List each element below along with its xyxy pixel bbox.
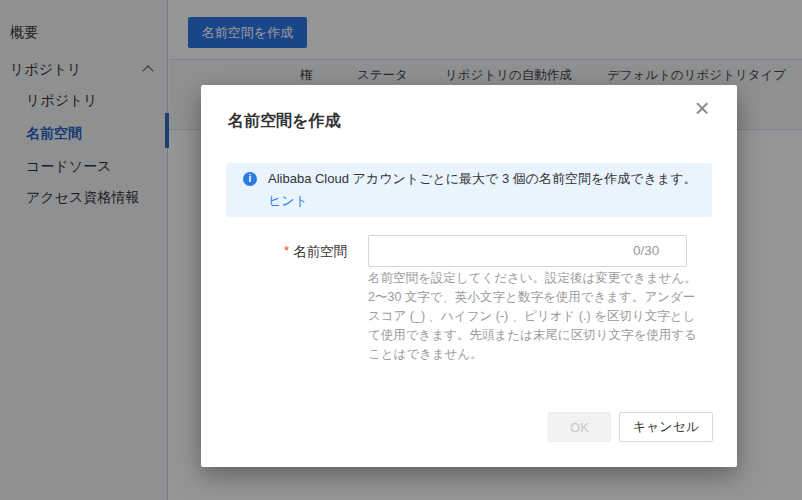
- required-asterisk: *: [284, 243, 289, 258]
- field-label-text: 名前空間: [293, 244, 347, 259]
- alert-text: Alibaba Cloud アカウントごとに最大で 3 個の名前空間を作成できま…: [268, 168, 700, 212]
- close-icon[interactable]: ×: [688, 94, 716, 122]
- hint-link[interactable]: ヒント: [268, 190, 700, 212]
- screen: 概要 リポジトリ リポジトリ 名前空間 コードソース アクセス資格情報 名前空間…: [0, 0, 802, 500]
- info-alert: i Alibaba Cloud アカウントごとに最大で 3 個の名前空間を作成で…: [226, 163, 712, 217]
- field-helper-text: 名前空間を設定してください。設定後は変更できません。2〜30 文字で、英小文字と…: [368, 269, 708, 364]
- dialog-title: 名前空間を作成: [228, 110, 340, 132]
- namespace-field-label: *名前空間: [201, 241, 347, 262]
- alert-message: Alibaba Cloud アカウントごとに最大で 3 個の名前空間を作成できま…: [268, 171, 697, 186]
- char-counter: 0/30: [633, 235, 679, 267]
- info-icon: i: [243, 172, 257, 186]
- create-namespace-dialog: 名前空間を作成 × i Alibaba Cloud アカウントごとに最大で 3 …: [201, 85, 737, 467]
- ok-button[interactable]: OK: [548, 412, 611, 442]
- cancel-button[interactable]: キャンセル: [619, 412, 713, 442]
